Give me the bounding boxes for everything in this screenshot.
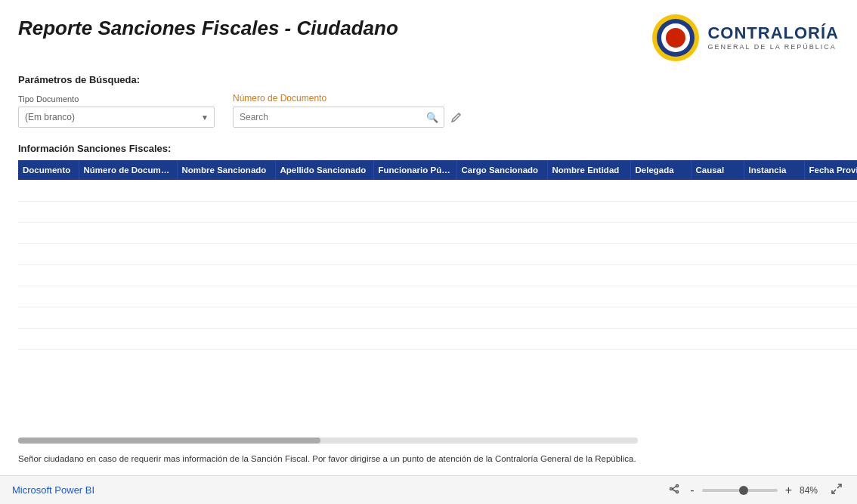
table-header-row: Documento Número de Documento Nombre San…	[18, 160, 857, 180]
table-row	[18, 264, 857, 286]
table-row	[18, 286, 857, 307]
col-instancia: Instancia	[744, 160, 804, 180]
tipo-documento-label: Tipo Documento	[18, 94, 215, 104]
tipo-documento-select[interactable]: (Em branco)	[18, 107, 215, 128]
svg-line-7	[673, 487, 676, 490]
logo-main-text: CONTRALORÍA	[707, 25, 839, 42]
col-funcionario-publico: Funcionario Público	[373, 160, 456, 180]
svg-line-8	[673, 490, 676, 492]
page-title: Reporte Sanciones Fiscales - Ciudadano	[18, 17, 398, 40]
search-wrapper: 🔍	[233, 107, 466, 128]
search-input-container: 🔍	[233, 107, 444, 128]
zoom-slider[interactable]	[702, 489, 778, 492]
zoom-plus-button[interactable]: +	[784, 484, 794, 496]
table-row	[18, 222, 857, 243]
zoom-minus-button[interactable]: -	[688, 484, 695, 496]
table-body	[18, 180, 857, 349]
zoom-slider-thumb	[739, 486, 748, 495]
zoom-controls: - + 84%	[666, 482, 845, 498]
footer-note: Señor ciudadano en caso de requerir mas …	[18, 448, 839, 468]
table-row	[18, 307, 857, 328]
svg-point-4	[676, 485, 679, 487]
col-causal: Causal	[691, 160, 744, 180]
logo-sub-text: GENERAL DE LA REPÚBLICA	[707, 43, 836, 51]
scrollbar-thumb	[18, 438, 320, 444]
col-cargo-sancionado: Cargo Sancionado	[456, 160, 547, 180]
numero-documento-group: Número de Documento 🔍	[233, 93, 466, 128]
zoom-percent: 84%	[800, 485, 822, 496]
header-row: Reporte Sanciones Fiscales - Ciudadano C…	[18, 14, 839, 62]
logo-text: CONTRALORÍA GENERAL DE LA REPÚBLICA	[707, 25, 839, 51]
search-input[interactable]	[233, 107, 444, 128]
svg-point-6	[676, 491, 679, 493]
table-section: Información Sanciones Fiscales: Document…	[18, 143, 839, 430]
logo-circle	[651, 14, 700, 62]
table-header: Documento Número de Documento Nombre San…	[18, 160, 857, 180]
col-nombre-sancionado: Nombre Sancionado	[177, 160, 275, 180]
scrollbar-area	[18, 430, 839, 448]
logo-container: CONTRALORÍA GENERAL DE LA REPÚBLICA	[651, 14, 839, 62]
col-delegada: Delegada	[630, 160, 691, 180]
col-fecha-providencia: Fecha Providencia	[804, 160, 857, 180]
col-nombre-entidad: Nombre Entidad	[547, 160, 630, 180]
table-row	[18, 328, 857, 349]
svg-point-5	[670, 488, 673, 490]
params-section: Parámetros de Búsqueda: Tipo Documento (…	[18, 74, 839, 128]
tipo-documento-wrapper: (Em branco) ▼	[18, 107, 215, 128]
col-apellido-sancionado: Apellido Sancionado	[275, 160, 373, 180]
edit-icon-button[interactable]	[447, 108, 466, 126]
numero-documento-label: Número de Documento	[233, 93, 466, 104]
share-icon-button[interactable]	[666, 482, 682, 498]
table-row	[18, 201, 857, 222]
sanciones-table: Documento Número de Documento Nombre San…	[18, 160, 857, 350]
scrollbar-track[interactable]	[18, 438, 638, 444]
svg-point-3	[666, 28, 685, 48]
table-row	[18, 243, 857, 264]
table-row	[18, 180, 857, 201]
col-numero-documento: Número de Documento	[79, 160, 177, 180]
fullscreen-icon-button[interactable]	[828, 482, 845, 498]
info-section-label: Información Sanciones Fiscales:	[18, 143, 839, 154]
bottom-bar: Microsoft Power BI - + 84%	[0, 475, 857, 504]
powerbi-link[interactable]: Microsoft Power BI	[12, 484, 94, 496]
params-row: Tipo Documento (Em branco) ▼ Número de D…	[18, 93, 839, 128]
tipo-documento-group: Tipo Documento (Em branco) ▼	[18, 94, 215, 128]
params-label: Parámetros de Búsqueda:	[18, 74, 839, 85]
col-documento: Documento	[18, 160, 79, 180]
